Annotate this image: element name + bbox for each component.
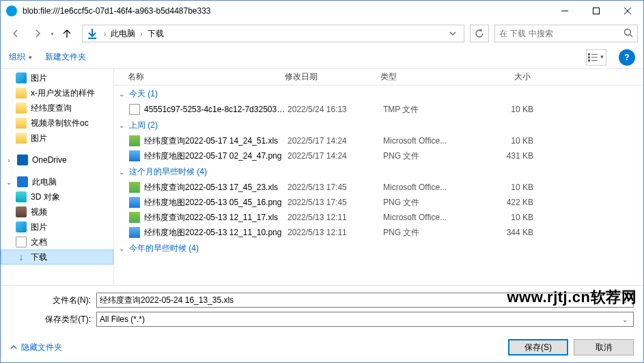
navbar: ▼ › 此电脑 › 下载 (1, 21, 643, 46)
address-bar[interactable]: › 此电脑 › 下载 (82, 25, 464, 42)
sidebar-item-3dobjects[interactable]: 3D 对象 (1, 189, 113, 204)
file-name: 经纬度查询2022-05-13 17_45_23.xls (144, 182, 288, 193)
file-date: 2022/5/13 12:11 (288, 228, 383, 237)
col-size[interactable]: 大小 (476, 71, 531, 83)
up-button[interactable] (57, 24, 76, 43)
sidebar-item-folder[interactable]: 图片 (1, 131, 113, 146)
search-icon[interactable] (624, 28, 633, 40)
sidebar-item-folder[interactable]: 视频录制软件oc (1, 116, 113, 131)
filetype-label: 保存类型(T): (42, 314, 91, 325)
file-row[interactable]: 45551c97-5253-4c1e-8c12-7d325038...2022/… (114, 102, 643, 117)
search-box[interactable] (494, 25, 638, 42)
sidebar-item-onedrive[interactable]: ›OneDrive (1, 152, 113, 167)
file-row[interactable]: 经纬度地图2022-05-13 05_45_16.png2022/5/13 17… (114, 195, 643, 210)
file-row[interactable]: 经纬度查询2022-05-17 14_24_51.xls2022/5/17 14… (114, 133, 643, 148)
file-list-body[interactable]: ⌄今天 (1)45551c97-5253-4c1e-8c12-7d325038.… (114, 85, 643, 285)
app-icon (6, 5, 17, 16)
view-options-button[interactable]: ▼ (586, 49, 606, 66)
up-icon (61, 28, 72, 39)
picture-icon (16, 221, 27, 232)
file-group-header[interactable]: ⌄今天 (1) (114, 85, 643, 102)
file-type: PNG 文件 (383, 197, 479, 209)
save-button[interactable]: 保存(S) (508, 339, 568, 355)
organize-menu[interactable]: 组织 ▼ (9, 51, 33, 63)
file-group-header[interactable]: ⌄上周 (2) (114, 117, 643, 133)
filename-input[interactable]: ⌄ (96, 293, 634, 308)
bottom-panel: 文件名(N): ⌄ 保存类型(T): All Files (*.*) ⌄ www… (1, 285, 643, 335)
view-icon (588, 53, 598, 62)
search-input[interactable] (499, 29, 624, 38)
filename-label: 文件名(N): (42, 295, 91, 306)
sidebar: 图片 x-用户发送的样件 经纬度查询 视频录制软件oc 图片 ›OneDrive… (1, 69, 114, 285)
chevron-down-icon[interactable]: ⌄ (619, 297, 630, 304)
file-type: TMP 文件 (383, 104, 479, 116)
crumb-sep-icon[interactable]: › (102, 30, 108, 38)
maximize-icon (593, 8, 600, 14)
column-headers: 名称 修改日期 类型 大小 (114, 69, 643, 85)
file-type: Microsoft Office... (383, 136, 479, 146)
file-date: 2022/5/17 14:24 (288, 136, 383, 146)
sidebar-item-videos[interactable]: 视频 (1, 204, 113, 219)
file-row[interactable]: 经纬度地图2022-05-13 12_11_10.png2022/5/13 12… (114, 225, 643, 240)
col-date[interactable]: 修改日期 (285, 71, 380, 83)
help-button[interactable]: ? (619, 49, 635, 66)
file-row[interactable]: 经纬度地图2022-05-17 02_24_47.png2022/5/17 14… (114, 148, 643, 163)
file-name: 45551c97-5253-4c1e-8c12-7d325038... (144, 105, 288, 114)
svg-rect-11 (588, 59, 590, 62)
file-row[interactable]: 经纬度查询2022-05-13 12_11_17.xls2022/5/13 12… (114, 210, 643, 225)
sidebar-item-pictures[interactable]: 图片 (1, 70, 113, 85)
col-type[interactable]: 类型 (380, 71, 476, 83)
folder-icon (16, 118, 27, 129)
chevron-down-icon: ⌄ (117, 90, 126, 98)
pc-icon (17, 176, 28, 187)
forward-button[interactable] (28, 24, 47, 43)
history-dropdown-icon[interactable]: ▼ (50, 31, 55, 36)
file-date: 2022/5/13 17:45 (288, 198, 383, 207)
document-icon (16, 237, 27, 247)
cancel-button[interactable]: 取消 (574, 339, 634, 355)
address-dropdown-icon[interactable] (445, 25, 461, 42)
new-folder-button[interactable]: 新建文件夹 (45, 51, 86, 63)
sidebar-item-pictures[interactable]: 图片 (1, 219, 113, 234)
back-button[interactable] (6, 24, 25, 43)
filename-field[interactable] (100, 295, 619, 305)
sidebar-item-downloads[interactable]: ↓下载 (1, 250, 113, 265)
folder-icon (16, 88, 27, 98)
svg-rect-9 (588, 56, 590, 58)
chevron-down-icon[interactable]: ⌄ (619, 316, 630, 323)
minimize-button[interactable] (549, 1, 580, 21)
close-button[interactable] (612, 1, 643, 21)
maximize-button[interactable] (580, 1, 612, 21)
file-type: PNG 文件 (383, 150, 479, 162)
file-icon (129, 182, 140, 193)
file-date: 2022/5/13 12:11 (288, 213, 383, 222)
file-icon (129, 212, 140, 223)
file-name: 经纬度地图2022-05-17 02_24_47.png (144, 150, 288, 162)
sidebar-item-documents[interactable]: 文档 (1, 234, 113, 250)
svg-rect-7 (588, 53, 590, 55)
crumb-pc[interactable]: 此电脑 (108, 27, 138, 41)
crumb-sep-icon[interactable]: › (138, 30, 144, 38)
close-icon (624, 8, 631, 14)
toolbar: 组织 ▼ 新建文件夹 ▼ ? (1, 46, 643, 69)
file-icon (129, 135, 140, 146)
chevron-down-icon: ⌄ (117, 122, 126, 129)
file-size: 10 KB (479, 213, 533, 222)
hide-folders-button[interactable]: 隐藏文件夹 (10, 342, 62, 353)
sidebar-item-thispc[interactable]: ⌄此电脑 (1, 174, 113, 189)
file-icon (129, 197, 140, 208)
file-icon (129, 150, 140, 161)
chevron-right-icon: › (5, 157, 13, 164)
filetype-select[interactable]: All Files (*.*) ⌄ (96, 312, 634, 327)
file-row[interactable]: 经纬度查询2022-05-13 17_45_23.xls2022/5/13 17… (114, 180, 643, 195)
titlebar: blob:file:///1e6ccf5c-07d1-46f4-a963-b5d… (1, 1, 643, 21)
file-group-header[interactable]: ⌄今年的早些时候 (4) (114, 240, 643, 256)
file-group-header[interactable]: ⌄这个月的早些时候 (4) (114, 163, 643, 180)
3d-icon (16, 191, 27, 202)
col-name[interactable]: 名称 (128, 71, 285, 83)
sidebar-item-folder[interactable]: x-用户发送的样件 (1, 85, 113, 100)
svg-rect-12 (591, 60, 598, 61)
sidebar-item-folder[interactable]: 经纬度查询 (1, 100, 113, 116)
refresh-button[interactable] (470, 25, 489, 42)
crumb-downloads[interactable]: 下载 (145, 27, 167, 41)
